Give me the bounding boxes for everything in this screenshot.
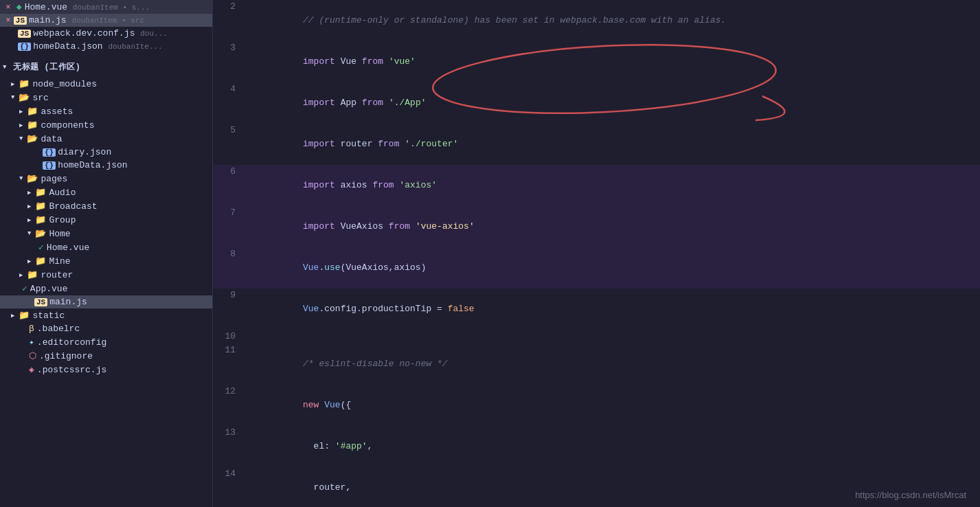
js-badge: JS xyxy=(18,30,31,38)
line-content: // (runtime-only or standalone) has been… xyxy=(244,0,980,41)
folder-label: Broadcast xyxy=(49,201,212,212)
sidebar-workspace: ▼ 无标题 (工作区) xyxy=(0,57,212,77)
folder-label: data xyxy=(41,134,212,144)
file-label: Home.vue xyxy=(47,243,212,253)
chevron-down-icon: ▼ xyxy=(19,175,23,182)
sidebar-item-homedata-json[interactable]: {} homeData.json xyxy=(0,159,212,172)
workspace-label: 无标题 (工作区) xyxy=(8,58,86,76)
sidebar-item-home-vue[interactable]: ✓ Home.vue xyxy=(0,240,212,254)
line-number: 4 xyxy=(213,82,244,96)
sidebar-item-static[interactable]: ▶ 📁 static xyxy=(0,308,212,322)
line-number: 9 xyxy=(213,289,244,302)
folder-icon: 📂 xyxy=(19,92,30,103)
vue-file-icon: ✓ xyxy=(38,242,44,253)
folder-icon: 📁 xyxy=(19,310,30,321)
code-container: 2 // (runtime-only or standalone) has be… xyxy=(213,0,980,507)
sidebar-item-diary-json[interactable]: {} diary.json xyxy=(0,146,212,159)
line-content: import App from './App' xyxy=(244,82,980,124)
sidebar-item-src[interactable]: ▼ 📂 src xyxy=(0,91,212,104)
folder-label: static xyxy=(32,311,212,321)
file-label: main.js xyxy=(49,297,212,307)
close-icon[interactable]: × xyxy=(5,15,11,25)
editor-wrapper: 2 // (runtime-only or standalone) has be… xyxy=(213,0,980,507)
vue-file-icon: ✓ xyxy=(22,283,27,294)
sidebar-item-app-vue[interactable]: ✓ App.vue xyxy=(0,282,212,295)
tab-label: webpack.dev.conf.js dou... xyxy=(33,28,212,38)
code-line-2: 2 // (runtime-only or standalone) has be… xyxy=(213,0,980,41)
chevron-down-icon: ▼ xyxy=(11,94,14,101)
folder-icon: 📁 xyxy=(35,201,46,212)
editor[interactable]: 2 // (runtime-only or standalone) has be… xyxy=(213,0,980,507)
line-number: 6 xyxy=(213,165,244,179)
chevron-down-icon: ▼ xyxy=(3,64,6,71)
code-line-8: 8 Vue.use(VueAxios,axios) xyxy=(213,247,980,289)
line-content: import axios from 'axios' xyxy=(244,165,980,206)
folder-label: src xyxy=(32,93,212,103)
tab-label: Home.vue doubanItem • s... xyxy=(25,2,212,12)
sidebar-item-router[interactable]: ▶ 📁 router xyxy=(0,268,212,282)
sidebar-item-editorconfig[interactable]: ✦ .editorconfig xyxy=(0,335,212,349)
chevron-right-icon: ▶ xyxy=(19,108,23,115)
line-number: 12 xyxy=(213,385,244,398)
json-badge: {} xyxy=(43,161,56,170)
folder-icon: 📁 xyxy=(27,269,38,280)
line-number: 14 xyxy=(213,467,244,481)
js-badge: JS xyxy=(14,16,27,25)
sidebar-item-broadcast[interactable]: ▶ 📁 Broadcast xyxy=(0,199,212,213)
line-number: 10 xyxy=(213,330,244,343)
folder-label: Mine xyxy=(49,256,212,267)
chevron-right-icon: ▶ xyxy=(11,312,14,319)
line-number: 5 xyxy=(213,124,244,137)
vue-file-icon: ◆ xyxy=(16,1,22,12)
sidebar-item-node-modules[interactable]: ▶ 📁 node_modules xyxy=(0,77,212,91)
folder-label: components xyxy=(41,120,212,131)
folder-icon: 📁 xyxy=(35,214,46,225)
sidebar-item-postcssrc[interactable]: ◈ .postcssrc.js xyxy=(0,363,212,376)
line-number: 7 xyxy=(213,206,244,220)
sidebar-item-group[interactable]: ▶ 📁 Group xyxy=(0,213,212,227)
chevron-right-icon: ▶ xyxy=(19,271,23,279)
code-line-3: 3 import Vue from 'vue' xyxy=(213,41,980,82)
line-content: router, xyxy=(244,467,980,507)
sidebar-item-mine[interactable]: ▶ 📁 Mine xyxy=(0,254,212,268)
file-label: .babelrc xyxy=(37,324,212,334)
code-line-5: 5 import router from './router' xyxy=(213,124,980,165)
sidebar-item-home-vue-tab[interactable]: × ◆ Home.vue doubanItem • s... xyxy=(0,0,212,14)
sidebar-item-main-js[interactable]: JS main.js xyxy=(0,295,212,308)
sidebar-item-babelrc[interactable]: β .babelrc xyxy=(0,322,212,335)
tab-label: main.js doubanItem • src xyxy=(29,15,212,25)
line-content: import Vue from 'vue' xyxy=(244,41,980,82)
sidebar-item-homedata-tab[interactable]: {} homeData.json doubanIte... xyxy=(0,40,212,53)
sidebar-item-main-js-tab[interactable]: × JS main.js doubanItem • src xyxy=(0,14,212,27)
line-number: 8 xyxy=(213,247,244,261)
sidebar-item-assets[interactable]: ▶ 📁 assets xyxy=(0,104,212,118)
file-label: .editorconfig xyxy=(37,337,212,348)
code-line-7: 7 import VueAxios from 'vue-axios' xyxy=(213,206,980,247)
sidebar-item-audio[interactable]: ▶ 📁 Audio xyxy=(0,185,212,199)
line-content: new Vue({ xyxy=(244,385,980,426)
line-number: 2 xyxy=(213,0,244,14)
css-icon: ◈ xyxy=(29,364,34,375)
sidebar-item-components[interactable]: ▶ 📁 components xyxy=(0,118,212,132)
chevron-right-icon: ▶ xyxy=(27,203,31,210)
sidebar-item-data[interactable]: ▼ 📂 data xyxy=(0,132,212,146)
sidebar-item-home[interactable]: ▼ 📂 Home xyxy=(0,227,212,240)
chevron-right-icon: ▶ xyxy=(27,189,31,196)
line-content: el: '#app', xyxy=(244,426,980,467)
file-label: .gitignore xyxy=(39,351,212,361)
tab-label: homeData.json doubanIte... xyxy=(33,41,212,52)
folder-label: pages xyxy=(41,174,212,184)
babel-icon: β xyxy=(29,324,34,334)
close-icon[interactable]: × xyxy=(5,2,11,12)
file-label: .postcssrc.js xyxy=(37,365,212,375)
code-line-13: 13 el: '#app', xyxy=(213,426,980,467)
code-line-4: 4 import App from './App' xyxy=(213,82,980,124)
sidebar-item-pages[interactable]: ▼ 📂 pages xyxy=(0,172,212,185)
watermark: https://blog.csdn.net/isMrcat xyxy=(855,490,966,500)
folder-label: Home xyxy=(49,229,212,239)
chevron-right-icon: ▶ xyxy=(27,258,31,265)
sidebar-item-webpack-tab[interactable]: JS webpack.dev.conf.js dou... xyxy=(0,27,212,40)
chevron-right-icon: ▶ xyxy=(11,80,14,88)
line-number: 13 xyxy=(213,426,244,440)
sidebar-item-gitignore[interactable]: ⬡ .gitignore xyxy=(0,349,212,363)
